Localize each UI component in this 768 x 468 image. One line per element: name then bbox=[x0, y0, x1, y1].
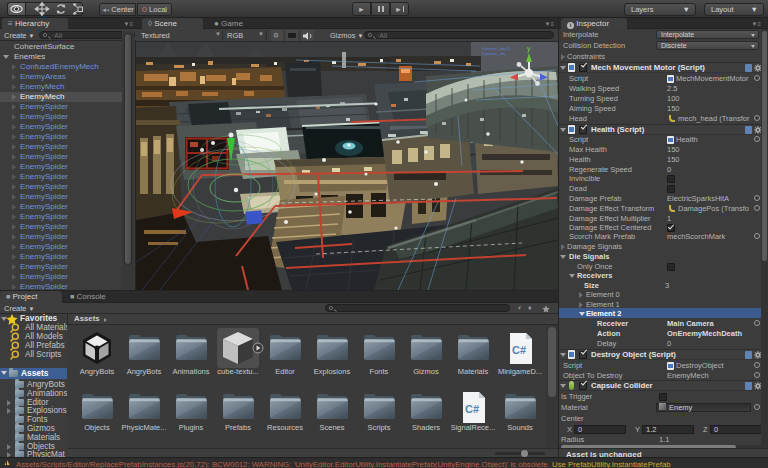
svg-text:x: x bbox=[505, 76, 508, 82]
svg-text:Dynamic_obj: Dynamic_obj bbox=[482, 51, 505, 56]
